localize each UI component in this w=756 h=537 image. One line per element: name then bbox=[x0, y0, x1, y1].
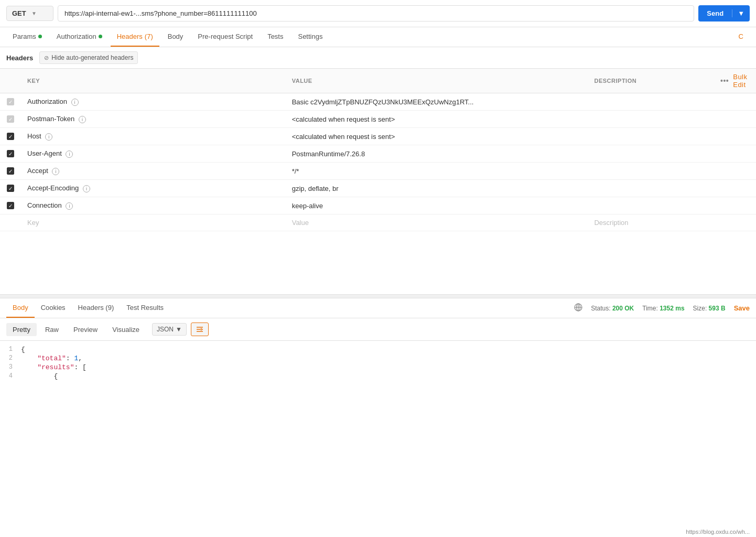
resp-tab-headers[interactable]: Headers (9) bbox=[72, 298, 121, 318]
table-row: ✓ Connection i keep-alive bbox=[0, 197, 756, 214]
new-row-value-cell[interactable]: Value bbox=[286, 214, 588, 231]
new-row-desc-cell[interactable]: Description bbox=[588, 214, 714, 231]
tab-cookies-right[interactable]: C bbox=[732, 27, 750, 47]
row-checkbox[interactable]: ✓ bbox=[7, 98, 14, 105]
line-number: 3 bbox=[0, 363, 21, 371]
row-checkbox[interactable]: ✓ bbox=[7, 150, 14, 157]
tab-pre-request-label: Pre-request Script bbox=[198, 33, 253, 40]
row-value-cell[interactable]: PostmanRuntime/7.26.8 bbox=[286, 145, 588, 163]
row-actions-cell bbox=[714, 197, 756, 214]
row-checkbox[interactable]: ✓ bbox=[7, 133, 14, 140]
row-desc-cell[interactable] bbox=[588, 128, 714, 145]
tab-settings[interactable]: Settings bbox=[291, 27, 329, 47]
row-key-cell[interactable]: User-Agent i bbox=[21, 145, 286, 163]
send-label: Send bbox=[698, 9, 732, 17]
row-checkbox[interactable]: ✓ bbox=[7, 115, 14, 123]
hide-auto-generated-button[interactable]: ⊘ Hide auto-generated headers bbox=[39, 51, 138, 64]
headers-table: KEY VALUE DESCRIPTION ••• Bulk Edit bbox=[0, 69, 756, 231]
row-value-cell[interactable]: <calculated when request is sent> bbox=[286, 128, 588, 145]
key-info-icon[interactable]: i bbox=[71, 99, 79, 106]
url-bar: GET ▼ Send ▼ bbox=[0, 0, 756, 27]
tab-tests[interactable]: Tests bbox=[261, 27, 289, 47]
line-content: "total": 1, bbox=[21, 355, 82, 362]
row-checkbox[interactable]: ✓ bbox=[7, 167, 14, 175]
tab-settings-label: Settings bbox=[298, 33, 322, 40]
format-tab-raw[interactable]: Raw bbox=[39, 323, 65, 336]
row-key-cell[interactable]: Host i bbox=[21, 128, 286, 145]
row-checkbox[interactable]: ✓ bbox=[7, 185, 14, 192]
row-checkbox-cell[interactable]: ✓ bbox=[0, 93, 21, 111]
row-desc-cell[interactable] bbox=[588, 111, 714, 128]
send-button[interactable]: Send ▼ bbox=[698, 5, 750, 22]
row-actions-cell bbox=[714, 128, 756, 145]
headers-controls: Headers ⊘ Hide auto-generated headers bbox=[0, 47, 756, 69]
resp-tab-cookies[interactable]: Cookies bbox=[35, 298, 72, 318]
row-key-cell[interactable]: Connection i bbox=[21, 197, 286, 214]
send-dropdown-arrow[interactable]: ▼ bbox=[732, 9, 750, 17]
wrap-lines-button[interactable] bbox=[191, 323, 209, 336]
check-header bbox=[0, 69, 21, 93]
headers-table-wrap: KEY VALUE DESCRIPTION ••• Bulk Edit bbox=[0, 69, 756, 231]
tab-pre-request[interactable]: Pre-request Script bbox=[191, 27, 259, 47]
row-checkbox-cell[interactable]: ✓ bbox=[0, 145, 21, 163]
key-info-icon[interactable]: i bbox=[52, 168, 59, 175]
status-value: 200 OK bbox=[612, 305, 634, 312]
key-info-icon[interactable]: i bbox=[66, 202, 73, 210]
row-key-cell[interactable]: Accept i bbox=[21, 163, 286, 180]
row-key-cell[interactable]: Authorization i bbox=[21, 93, 286, 111]
row-key-value: Connection bbox=[27, 201, 62, 209]
row-checkbox-cell[interactable]: ✓ bbox=[0, 163, 21, 180]
row-key-cell[interactable]: Postman-Token i bbox=[21, 111, 286, 128]
new-row-key-cell[interactable]: Key bbox=[21, 214, 286, 231]
format-tab-visualize[interactable]: Visualize bbox=[106, 323, 146, 336]
tab-headers-label: Headers bbox=[117, 33, 143, 40]
row-checkbox-cell[interactable]: ✓ bbox=[0, 111, 21, 128]
json-format-selector[interactable]: JSON ▼ bbox=[152, 323, 187, 336]
row-checkbox-cell[interactable]: ✓ bbox=[0, 128, 21, 145]
row-checkbox[interactable]: ✓ bbox=[7, 202, 14, 209]
key-info-icon[interactable]: i bbox=[79, 116, 86, 123]
line-number: 4 bbox=[0, 372, 21, 380]
tab-body-label: Body bbox=[168, 33, 183, 40]
resp-tab-headers-label: Headers (9) bbox=[78, 304, 114, 312]
format-dropdown-arrow: ▼ bbox=[176, 326, 182, 333]
key-info-icon[interactable]: i bbox=[83, 185, 90, 192]
code-line: 1 { bbox=[0, 345, 756, 354]
key-header: KEY bbox=[21, 69, 286, 93]
row-value-cell[interactable]: <calculated when request is sent> bbox=[286, 111, 588, 128]
resp-tab-test-results[interactable]: Test Results bbox=[120, 298, 170, 318]
row-value-cell[interactable]: keep-alive bbox=[286, 197, 588, 214]
row-key-cell[interactable]: Accept-Encoding i bbox=[21, 180, 286, 197]
row-value-cell[interactable]: */* bbox=[286, 163, 588, 180]
row-desc-cell[interactable] bbox=[588, 197, 714, 214]
method-selector[interactable]: GET ▼ bbox=[6, 6, 53, 21]
row-value-cell[interactable]: gzip, deflate, br bbox=[286, 180, 588, 197]
row-desc-cell[interactable] bbox=[588, 145, 714, 163]
more-options-icon[interactable]: ••• bbox=[720, 77, 729, 85]
tab-params[interactable]: Params bbox=[6, 27, 48, 47]
url-input[interactable] bbox=[58, 5, 694, 22]
row-value-cell[interactable]: Basic c2VydmljZTpBNUZFQzU3NkU3MEExQzUwNz… bbox=[286, 93, 588, 111]
key-info-icon[interactable]: i bbox=[66, 151, 73, 158]
save-response-button[interactable]: Save bbox=[734, 304, 750, 312]
row-checkbox-cell[interactable]: ✓ bbox=[0, 197, 21, 214]
new-row: Key Value Description bbox=[0, 214, 756, 231]
bulk-edit-button[interactable]: Bulk Edit bbox=[733, 73, 750, 89]
json-key: "total" bbox=[37, 355, 66, 362]
tab-authorization[interactable]: Authorization bbox=[50, 27, 109, 47]
format-tab-pretty[interactable]: Pretty bbox=[6, 323, 37, 336]
new-value-placeholder: Value bbox=[292, 219, 309, 227]
format-tab-preview[interactable]: Preview bbox=[67, 323, 104, 336]
row-desc-cell[interactable] bbox=[588, 180, 714, 197]
table-row: ✓ Accept i */* bbox=[0, 163, 756, 180]
response-meta: Status: 200 OK Time: 1352 ms Size: 593 B… bbox=[574, 303, 750, 313]
row-desc-cell[interactable] bbox=[588, 93, 714, 111]
tab-headers[interactable]: Headers (7) bbox=[111, 27, 159, 47]
table-row: ✓ Authorization i Basic c2VydmljZTpBNUZF… bbox=[0, 93, 756, 111]
row-desc-cell[interactable] bbox=[588, 163, 714, 180]
resp-tab-body[interactable]: Body bbox=[6, 298, 35, 318]
row-checkbox-cell[interactable]: ✓ bbox=[0, 180, 21, 197]
tab-body[interactable]: Body bbox=[161, 27, 190, 47]
resp-tab-cookies-label: Cookies bbox=[41, 304, 66, 312]
key-info-icon[interactable]: i bbox=[45, 133, 52, 141]
